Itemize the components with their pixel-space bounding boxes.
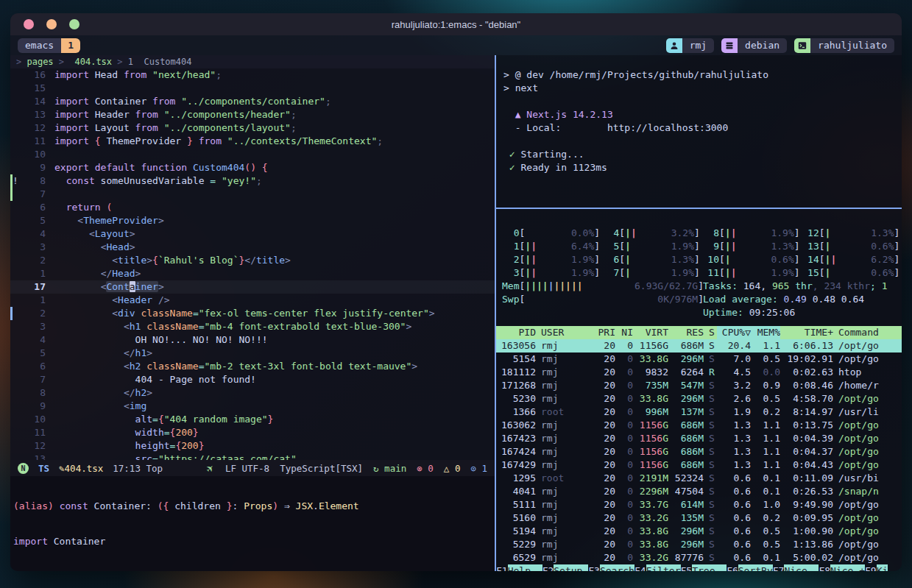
code-line[interactable]: 7 404 - Page not found! <box>10 373 495 386</box>
text-segment: 404.tsx <box>75 57 113 67</box>
process-table: PIDUSERPRINIVIRTRESSCPU%▽MEM%TIME+Comman… <box>496 326 902 564</box>
process-row[interactable]: 5194rmj20033.8G296MS0.60.51:00.90/opt/go <box>496 525 902 538</box>
tmux-window-tab[interactable]: emacs 1 <box>18 38 80 53</box>
code-line[interactable]: 13import Header from "../components/head… <box>10 108 495 121</box>
code-line[interactable]: 9 <img <box>10 400 495 413</box>
code-line[interactable]: 12 height={200} <box>10 439 495 453</box>
text-segment: S <box>709 499 715 510</box>
text-segment: import <box>13 536 48 547</box>
code-line[interactable]: 4 OH NO!... NO! NO! NO!!! <box>10 333 495 347</box>
process-cell: 3.2 <box>717 379 751 392</box>
code-line[interactable]: 4 <Layout> <box>10 227 495 241</box>
text-segment: > <box>411 361 417 372</box>
code-line[interactable]: 13 src="https://cataas.com/cat" <box>10 453 495 460</box>
code-line[interactable]: 7 <box>10 188 495 201</box>
code-line[interactable]: 5 </h1> <box>10 347 495 360</box>
column-header[interactable]: NI <box>615 326 633 339</box>
fkey-action-filter[interactable]: Filter <box>646 564 681 571</box>
column-header[interactable]: TIME+ <box>780 326 833 339</box>
fkey-action-search[interactable]: Search <box>600 564 634 571</box>
htop-pane: 0[ 0.0%] 4[|| 3.2%] 8[|| 1.9%] 12[| 1.3%… <box>496 209 902 571</box>
process-cell: 296M <box>668 538 704 551</box>
code-line[interactable]: 6 <h2 className="mb-2 text-3xl font-bold… <box>10 360 495 373</box>
column-header[interactable]: VIRT <box>633 326 668 339</box>
code-line[interactable]: 3 <h1 className="mb-4 font-extrabold tex… <box>10 320 495 333</box>
process-row[interactable]: 1295root2002191M52324S0.60.10:11.09/usr/… <box>496 472 902 485</box>
process-row[interactable]: 167423rmj2001156G686MS1.31.10:04.39/opt/… <box>496 432 902 445</box>
text-segment: default <box>95 162 135 173</box>
terminal-line: ▲ Next.js 14.2.13 <box>503 108 902 121</box>
fkey-action-nice-[interactable]: Nice - <box>784 564 819 571</box>
code-line[interactable]: 1 <Header /> <box>10 294 495 307</box>
column-header[interactable]: PID <box>496 326 536 339</box>
minimize-button[interactable] <box>46 19 57 29</box>
process-row[interactable]: 5160rmj20033.2G135MS0.60.20:09.95/opt/go <box>496 511 902 525</box>
info-count: 1 <box>481 463 487 474</box>
code-line[interactable]: 17 <Container> <box>10 280 495 294</box>
text-segment: 0.6 <box>734 472 751 483</box>
process-cell: 0 <box>615 339 633 353</box>
code-line[interactable]: 10 alt={"404 random image"} <box>10 413 495 426</box>
code-line[interactable]: 14import Container from "../components/c… <box>10 95 495 108</box>
process-row-selected[interactable]: 163056rmj2001156G686MS20.41.16:06.13/opt… <box>496 339 902 353</box>
process-row[interactable]: 5230rmj20033.8G296MS2.60.54:58.70/opt/go <box>496 392 902 405</box>
code-line[interactable]: 2 <title>{`Rahul's Blog`}</title> <box>10 254 495 267</box>
code-area[interactable]: 16import Head from "next/head";1514impor… <box>10 68 495 460</box>
maximize-button[interactable] <box>69 19 79 29</box>
code-line[interactable]: 1 </Head> <box>10 267 495 280</box>
column-header[interactable]: RES <box>668 326 704 339</box>
close-button[interactable] <box>24 19 34 29</box>
code-line[interactable]: 15 <box>10 82 495 95</box>
process-cell: 1.3 <box>717 445 751 458</box>
column-header[interactable]: CPU%▽ <box>717 326 751 339</box>
code-line[interactable]: 12import Layout from "../components/layo… <box>10 121 495 135</box>
process-row[interactable]: 167429rmj2001156G686MS1.31.10:04.43/opt/… <box>496 458 902 472</box>
fkey-action-ki[interactable]: Ki <box>877 564 888 571</box>
process-row[interactable]: 171268rmj200735M547MS3.20.90:08.46/home/… <box>496 379 902 392</box>
code-line[interactable]: 9export default function Custom404() { <box>10 161 495 174</box>
text-segment: 0.49 <box>784 294 813 305</box>
column-header[interactable]: S <box>704 326 717 339</box>
fkey-action-sortby[interactable]: SortBy <box>738 564 773 571</box>
process-row[interactable]: 5229rmj20033.8G296MS0.60.51:13.86/opt/go <box>496 538 902 551</box>
text-segment: "../components/layout" <box>164 122 291 133</box>
fkey-action-help[interactable]: Help <box>508 564 542 571</box>
code-line[interactable]: 8 </h2> <box>10 386 495 400</box>
process-cell: S <box>704 551 717 564</box>
process-row[interactable]: 1366root200996M137MS1.90.28:14.97/usr/li <box>496 405 902 419</box>
fkey-action-nice-[interactable]: Nice + <box>830 564 865 571</box>
code-line[interactable]: 11 width={200} <box>10 426 495 439</box>
code-line[interactable]: 3 <Head> <box>10 241 495 254</box>
process-cell: 167429 <box>496 458 536 472</box>
process-row[interactable]: 5111rmj20033.7G614MS0.61.09:49.90/opt/go <box>496 498 902 511</box>
process-cell: 1156G <box>633 445 668 458</box>
process-row[interactable]: 181112rmj20098326264R4.50.00:02.63htop <box>496 366 902 379</box>
meter-bar: | <box>525 241 531 252</box>
code-line[interactable]: 11import { ThemeProvider } from "../cont… <box>10 135 495 148</box>
process-row[interactable]: 4041rmj2002296M47504S0.60.10:26.53/snap/… <box>496 485 902 498</box>
code-line[interactable]: 16import Head from "next/head"; <box>10 68 495 82</box>
process-cell: 9:49.90 <box>780 498 833 511</box>
process-row[interactable]: 163062rmj2001156G686MS1.31.10:13.75/opt/… <box>496 419 902 432</box>
column-header[interactable]: USER <box>536 326 593 339</box>
process-row[interactable]: 5154rmj20033.8G296MS7.00.519:02.91/opt/g… <box>496 353 902 366</box>
code-line[interactable]: 2 <div className="fex-ol tems-center fle… <box>10 307 495 320</box>
column-header[interactable]: PRI <box>593 326 615 339</box>
column-header[interactable]: Command <box>833 326 902 339</box>
fkey-action-setup[interactable]: Setup <box>554 564 588 571</box>
code-line[interactable]: 10 <box>10 148 495 161</box>
text-segment: import <box>54 135 89 146</box>
process-table-header[interactable]: PIDUSERPRINIVIRTRESSCPU%▽MEM%TIME+Comman… <box>496 326 902 339</box>
text-segment: children <box>169 500 226 511</box>
meter-bar: | <box>631 227 637 238</box>
code-line[interactable]: 6 return ( <box>10 201 495 214</box>
fkey-action-tree[interactable]: Tree <box>692 564 727 571</box>
process-row[interactable]: 6529rmj20033.2G87776S0.60.15:00.02/opt/g… <box>496 551 902 564</box>
spacer <box>496 319 902 326</box>
code-text: <Header /> <box>46 294 170 307</box>
process-row[interactable]: 167424rmj2001156G686MS1.31.10:04.37/opt/… <box>496 445 902 458</box>
code-line[interactable]: 5 <ThemeProvider> <box>10 214 495 227</box>
column-header[interactable]: MEM% <box>751 326 780 339</box>
text-segment: from <box>152 96 175 107</box>
code-line[interactable]: !8 const someUnusedVariable = "yey!"; <box>10 174 495 188</box>
